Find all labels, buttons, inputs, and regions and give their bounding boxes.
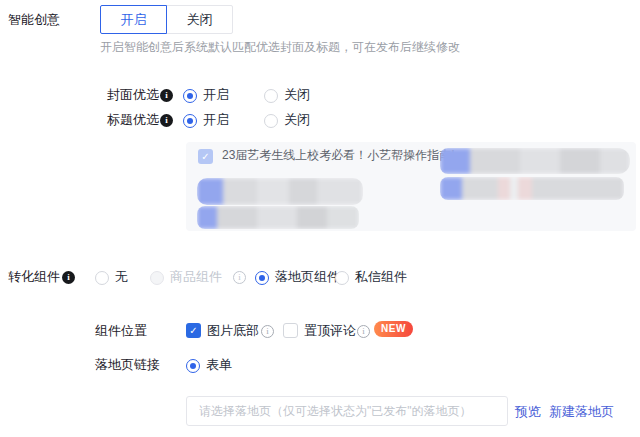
- cover-off-label[interactable]: 关闭: [284, 86, 310, 104]
- smart-creative-description: 开启智能创意后系统默认匹配优选封面及标题，可在发布后继续修改: [100, 40, 460, 54]
- conversion-landing-label[interactable]: 落地页组件: [275, 268, 340, 286]
- title-on-label[interactable]: 开启: [203, 111, 229, 129]
- cover-on-label[interactable]: 开启: [203, 86, 229, 104]
- image-bottom-label[interactable]: 图片底部: [207, 322, 259, 340]
- title-off-radio[interactable]: [264, 114, 278, 128]
- smart-creative-on-button[interactable]: 开启: [100, 5, 167, 34]
- title-off-label[interactable]: 关闭: [284, 111, 310, 129]
- conversion-landing-radio[interactable]: [255, 271, 269, 285]
- conversion-label: 转化组件: [8, 268, 60, 286]
- blurred-list-item: [440, 177, 624, 200]
- title-preview-panel: ✓ 23届艺考生线上校考必看！小艺帮操作指南!: [186, 142, 636, 231]
- title-item-checkbox[interactable]: ✓: [198, 149, 213, 164]
- cover-off-radio[interactable]: [264, 89, 278, 103]
- image-bottom-info-icon[interactable]: i: [261, 325, 274, 338]
- landing-page-select-input[interactable]: [186, 396, 508, 426]
- create-landing-page-link[interactable]: 新建落地页: [549, 403, 614, 421]
- conversion-product-label: 商品组件: [170, 268, 222, 286]
- conversion-dm-radio[interactable]: [335, 271, 349, 285]
- image-bottom-checkbox[interactable]: ✓: [186, 323, 201, 338]
- form-radio-label[interactable]: 表单: [206, 356, 232, 374]
- conversion-product-radio: [150, 271, 164, 285]
- pinned-comment-info-icon[interactable]: i: [357, 325, 370, 338]
- landing-link-label: 落地页链接: [95, 356, 160, 374]
- blurred-list-item: [197, 178, 363, 205]
- check-icon: ✓: [189, 325, 197, 336]
- preview-link[interactable]: 预览: [515, 403, 541, 421]
- conversion-product-info-icon[interactable]: i: [233, 271, 246, 284]
- component-position-label: 组件位置: [95, 322, 147, 340]
- smart-creative-toggle: 开启 关闭: [100, 5, 233, 34]
- pinned-comment-checkbox[interactable]: [283, 323, 298, 338]
- title-optimize-label: 标题优选: [107, 111, 159, 129]
- smart-creative-off-button[interactable]: 关闭: [166, 5, 233, 34]
- blurred-list-item: [440, 148, 630, 174]
- new-badge: NEW: [374, 321, 413, 337]
- cover-optimize-label: 封面优选: [107, 86, 159, 104]
- check-icon: ✓: [201, 151, 209, 162]
- smart-creative-label: 智能创意: [8, 11, 60, 29]
- cover-optimize-info-icon[interactable]: i: [160, 89, 173, 102]
- creative-settings-page: { "colors": { "accent": "#2f63e8", "link…: [0, 0, 640, 437]
- form-radio[interactable]: [186, 359, 200, 373]
- title-on-radio[interactable]: [183, 114, 197, 128]
- pinned-comment-label[interactable]: 置顶评论: [304, 322, 356, 340]
- conversion-none-radio[interactable]: [95, 271, 109, 285]
- conversion-none-label[interactable]: 无: [115, 268, 128, 286]
- blurred-list-item: [197, 206, 359, 229]
- conversion-dm-label[interactable]: 私信组件: [355, 268, 407, 286]
- cover-on-radio[interactable]: [183, 89, 197, 103]
- conversion-info-icon[interactable]: i: [62, 271, 75, 284]
- title-item-text[interactable]: 23届艺考生线上校考必看！小艺帮操作指南!: [222, 147, 456, 164]
- title-optimize-info-icon[interactable]: i: [160, 114, 173, 127]
